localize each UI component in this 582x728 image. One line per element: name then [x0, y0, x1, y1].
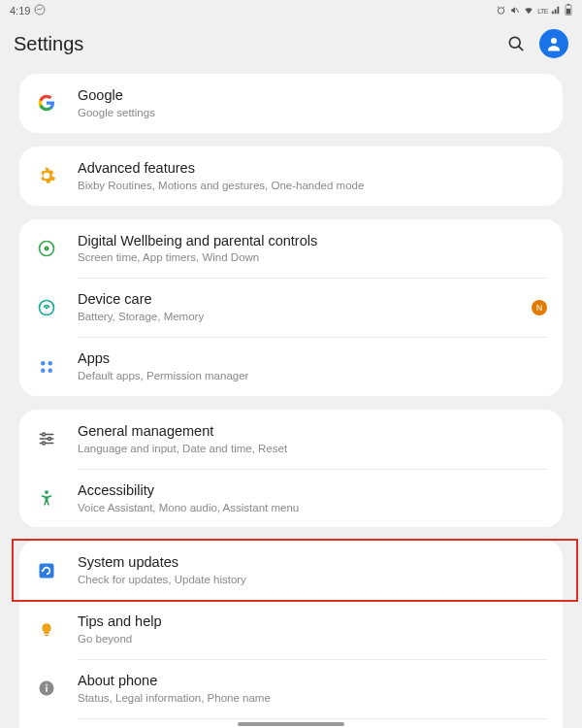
status-left: 4:19 — [10, 4, 46, 17]
settings-item-title: Accessibility — [78, 481, 547, 500]
settings-item-title: Google — [78, 86, 547, 105]
settings-item-title: System updates — [78, 553, 547, 572]
battery-icon — [565, 4, 572, 17]
device-care-icon — [35, 296, 58, 319]
settings-item-subtitle: Language and input, Date and time, Reset — [78, 442, 547, 456]
google-icon — [35, 91, 58, 115]
accessibility-icon — [35, 486, 58, 510]
settings-item-subtitle: Voice Assistant, Mono audio, Assistant m… — [78, 501, 547, 515]
svg-rect-27 — [46, 687, 48, 692]
settings-item-title: Digital Wellbeing and parental controls — [78, 232, 547, 250]
svg-point-23 — [45, 490, 48, 494]
settings-list: Google Google settings Advanced features… — [0, 74, 582, 728]
svg-point-10 — [45, 246, 49, 250]
status-time: 4:19 — [10, 5, 30, 17]
svg-point-8 — [551, 38, 557, 44]
about-icon — [35, 677, 58, 700]
settings-item-tips-and-help[interactable]: Tips and help Go beyond — [19, 600, 563, 659]
svg-point-21 — [48, 438, 51, 441]
lte-icon: LTE — [537, 8, 548, 15]
settings-item-accessibility[interactable]: Accessibility Voice Assistant, Mono audi… — [19, 469, 563, 528]
svg-point-16 — [48, 368, 53, 373]
svg-rect-4 — [567, 4, 569, 5]
settings-card: Digital Wellbeing and parental controls … — [19, 219, 563, 396]
settings-item-title: Tips and help — [78, 612, 547, 631]
settings-card: Advanced features Bixby Routines, Motion… — [19, 147, 563, 206]
svg-line-2 — [516, 8, 519, 13]
settings-item-about-phone[interactable]: About phone Status, Legal information, P… — [19, 659, 563, 718]
general-icon — [35, 427, 58, 450]
settings-item-subtitle: Go beyond — [78, 632, 547, 646]
settings-item-title: Advanced features — [78, 159, 547, 178]
svg-rect-5 — [566, 9, 570, 15]
svg-point-13 — [41, 361, 46, 366]
settings-item-subtitle: Check for updates, Update history — [78, 573, 547, 587]
status-right: LTE — [496, 4, 572, 17]
settings-item-subtitle: Status, Legal information, Phone name — [78, 691, 547, 706]
settings-item-subtitle: Google settings — [78, 106, 547, 120]
svg-point-28 — [46, 684, 48, 686]
svg-rect-25 — [45, 634, 48, 635]
settings-item-subtitle: Default apps, Permission manager — [78, 369, 547, 383]
settings-item-advanced-features[interactable]: Advanced features Bixby Routines, Motion… — [19, 147, 563, 206]
account-button[interactable] — [539, 29, 568, 58]
svg-line-7 — [519, 47, 523, 50]
settings-item-subtitle: Battery, Storage, Memory — [78, 310, 532, 324]
settings-item-title: About phone — [78, 672, 547, 690]
search-button[interactable] — [504, 32, 528, 55]
svg-point-12 — [46, 306, 48, 309]
updates-icon — [35, 559, 58, 582]
settings-item-digital-wellbeing[interactable]: Digital Wellbeing and parental controls … — [19, 219, 563, 279]
mute-icon — [509, 5, 520, 17]
svg-point-14 — [48, 361, 53, 366]
tips-icon — [35, 618, 58, 642]
apps-icon — [35, 355, 58, 379]
svg-point-1 — [498, 7, 503, 13]
settings-item-device-care[interactable]: Device care Battery, Storage, Memory N — [19, 278, 563, 337]
person-icon — [545, 35, 563, 52]
settings-item-title: Apps — [78, 349, 547, 368]
settings-item-google[interactable]: Google Google settings — [19, 74, 563, 133]
navigation-handle[interactable] — [238, 722, 344, 726]
settings-card: System updates Check for updates, Update… — [19, 541, 563, 728]
alarm-icon — [496, 5, 506, 17]
settings-item-general-management[interactable]: General management Language and input, D… — [19, 410, 563, 469]
settings-item-subtitle: Bixby Routines, Motions and gestures, On… — [78, 179, 547, 193]
settings-card: Google Google settings — [19, 74, 563, 133]
status-bar: 4:19 LTE — [0, 0, 582, 21]
header-actions — [504, 29, 568, 58]
svg-point-22 — [43, 442, 46, 445]
settings-item-subtitle: Screen time, App timers, Wind Down — [78, 250, 547, 265]
settings-item-title: Device care — [78, 290, 532, 309]
settings-item-system-updates[interactable]: System updates Check for updates, Update… — [19, 541, 563, 600]
page-title: Settings — [14, 33, 83, 55]
advanced-icon — [35, 164, 58, 187]
svg-point-15 — [41, 368, 46, 373]
messenger-icon — [34, 4, 46, 17]
search-icon — [506, 34, 526, 53]
svg-point-20 — [43, 433, 46, 436]
settings-item-apps[interactable]: Apps Default apps, Permission manager — [19, 337, 563, 396]
notification-badge: N — [532, 300, 547, 315]
wellbeing-icon — [35, 237, 58, 260]
signal-icon — [551, 5, 562, 17]
wifi-icon — [523, 5, 534, 17]
header: Settings — [0, 21, 582, 74]
settings-card: General management Language and input, D… — [19, 410, 563, 528]
settings-item-title: General management — [78, 422, 547, 441]
